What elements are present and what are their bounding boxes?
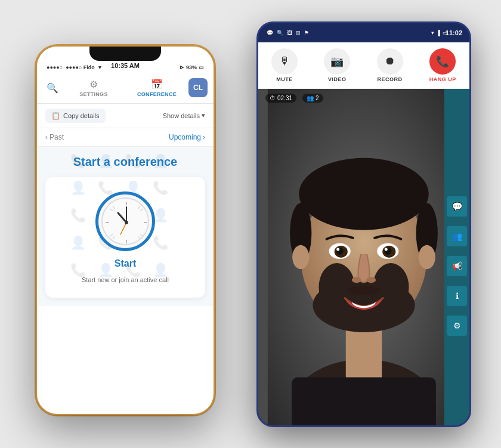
- video-label: VIDEO: [328, 76, 347, 82]
- ios-carrier: ●●●●○ ●●●●○ Fido ▾: [47, 64, 101, 70]
- chat-side-icon[interactable]: 💬: [447, 196, 467, 217]
- timer-value: 02:31: [277, 95, 292, 101]
- participants-count: 👥 2: [302, 94, 323, 103]
- svg-point-21: [347, 285, 381, 295]
- copy-label: Copy details: [63, 112, 100, 119]
- svg-line-49: [138, 206, 140, 209]
- right-chevron-icon: ›: [203, 133, 205, 141]
- ios-notch: [89, 47, 161, 61]
- past-nav-button[interactable]: ‹ Past: [45, 133, 64, 141]
- battery-pct: 93%: [186, 64, 197, 70]
- android-icon: ⊞: [296, 30, 301, 36]
- clock-inner: [101, 197, 149, 245]
- svg-point-22: [292, 245, 309, 268]
- search-icon[interactable]: 🔍: [43, 82, 62, 94]
- start-conference-title: Start a conference: [45, 155, 205, 169]
- past-label: Past: [50, 133, 64, 141]
- svg-line-58: [120, 223, 126, 234]
- svg-line-52: [110, 209, 113, 211]
- svg-point-59: [125, 221, 128, 224]
- info-side-icon[interactable]: ℹ: [447, 286, 467, 306]
- avatar-initials: CL: [193, 84, 203, 92]
- svg-point-19: [352, 277, 361, 283]
- svg-line-48: [113, 206, 115, 209]
- gear-side-icon[interactable]: ⚙: [447, 316, 467, 336]
- flag-icon: ⚑: [304, 30, 309, 36]
- video-timer: ⏱ 02:31: [265, 94, 296, 103]
- hangup-button[interactable]: 📞 HANG UP: [429, 48, 456, 82]
- record-button[interactable]: ⏺ RECORD: [377, 48, 403, 82]
- android-content: 🎙 MUTE 📷 VIDEO ⏺ RECORD 📞 HANG UP: [258, 42, 469, 425]
- android-phone: 💬 🔍 🖼 ⊞ ⚑ ▾ ▐ ▭ 11:02 🎙 MUTE 📷: [256, 21, 471, 427]
- location-icon: ⊳: [180, 64, 184, 70]
- settings-tab-label: SETTINGS: [79, 91, 107, 97]
- svg-point-18: [385, 248, 388, 251]
- ios-main: 📞 👤 📞 👤 👤 📞 👤 📞 📞 👤 📞 👤 👤 📞 👤 📞 📞 👤 📞: [37, 147, 214, 306]
- carrier-name: ●●●●○ Fido: [66, 64, 95, 70]
- svg-line-51: [140, 234, 143, 236]
- ios-actions-bar: 📋 Copy details Show details ▾: [37, 104, 214, 128]
- participants-value: 2: [316, 95, 319, 101]
- img-icon: 🖼: [287, 30, 292, 36]
- svg-line-55: [138, 236, 140, 239]
- android-video-area: ⏱ 02:31 👥 2: [258, 89, 469, 425]
- android-time: 11:02: [446, 29, 462, 36]
- clock-card[interactable]: Start Start new or join an active call: [45, 177, 205, 298]
- ios-time: 10:35 AM: [111, 62, 140, 69]
- svg-point-23: [419, 245, 435, 268]
- megaphone-side-icon[interactable]: 📢: [447, 256, 467, 276]
- svg-line-50: [110, 234, 113, 236]
- ios-battery: ⊳ 93% ▭: [180, 64, 204, 70]
- video-button[interactable]: 📷 VIDEO: [324, 48, 350, 82]
- android-status-bar: 💬 🔍 🖼 ⊞ ⚑ ▾ ▐ ▭ 11:02: [258, 23, 469, 42]
- search-icon: 🔍: [277, 30, 283, 36]
- video-icon: 📷: [324, 48, 350, 75]
- msg-icon: 💬: [267, 30, 273, 36]
- left-chevron-icon: ‹: [45, 133, 48, 141]
- ios-nav-bar: ‹ Past Upcoming ›: [37, 128, 214, 147]
- face-video: [258, 89, 469, 425]
- battery-icon: ▭: [199, 64, 204, 70]
- start-label: Start: [115, 258, 136, 269]
- ios-tab-bar: 🔍 ⚙ SETTINGS 📅 CONFERENCE CL: [37, 73, 214, 104]
- record-label: RECORD: [378, 76, 403, 82]
- svg-line-53: [140, 209, 143, 211]
- upcoming-label: Upcoming: [169, 133, 201, 141]
- copy-details-button[interactable]: 📋 Copy details: [45, 109, 106, 123]
- signal-icon: ▐: [437, 30, 440, 36]
- clock-circle: [95, 191, 155, 251]
- clock-icon: ⏱: [270, 95, 276, 101]
- signal-dots: ●●●●○: [47, 64, 63, 70]
- mute-label: MUTE: [276, 76, 293, 82]
- android-status-left-icons: 💬 🔍 🖼 ⊞ ⚑: [267, 30, 309, 36]
- svg-line-54: [113, 236, 115, 239]
- record-icon: ⏺: [377, 48, 403, 75]
- android-call-toolbar: 🎙 MUTE 📷 VIDEO ⏺ RECORD 📞 HANG UP: [258, 42, 469, 89]
- mute-button[interactable]: 🎙 MUTE: [271, 48, 298, 82]
- show-details-button[interactable]: Show details ▾: [163, 112, 205, 119]
- start-sublabel: Start new or join an active call: [82, 276, 169, 283]
- show-details-label: Show details: [163, 112, 200, 119]
- conference-tab-icon: 📅: [151, 79, 163, 90]
- copy-icon: 📋: [51, 112, 60, 120]
- svg-line-56: [118, 213, 126, 223]
- upcoming-nav-button[interactable]: Upcoming ›: [169, 133, 205, 141]
- svg-point-17: [336, 248, 339, 251]
- tab-conference[interactable]: 📅 CONFERENCE: [125, 76, 188, 100]
- hangup-label: HANG UP: [429, 76, 456, 82]
- hangup-icon: 📞: [429, 48, 456, 75]
- svg-point-20: [366, 277, 376, 283]
- chevron-down-icon: ▾: [202, 112, 205, 119]
- scene: 💬 🔍 🖼 ⊞ ⚑ ▾ ▐ ▭ 11:02 🎙 MUTE 📷: [18, 10, 483, 439]
- tab-settings[interactable]: ⚙ SETTINGS: [62, 76, 125, 100]
- people-icon: 👥: [307, 95, 314, 101]
- clock-ticks: [103, 199, 150, 246]
- video-overlay: ⏱ 02:31 👥 2: [265, 94, 323, 103]
- avatar[interactable]: CL: [188, 78, 208, 97]
- wifi-icon: ▾: [98, 64, 101, 70]
- ios-phone: ●●●●○ ●●●●○ Fido ▾ 10:35 AM ⊳ 93% ▭ 🔍 ⚙ …: [36, 45, 215, 415]
- svg-rect-2: [292, 377, 436, 425]
- people-side-icon[interactable]: 👥: [447, 226, 467, 246]
- conference-tab-label: CONFERENCE: [137, 91, 177, 97]
- mute-icon: 🎙: [271, 48, 298, 75]
